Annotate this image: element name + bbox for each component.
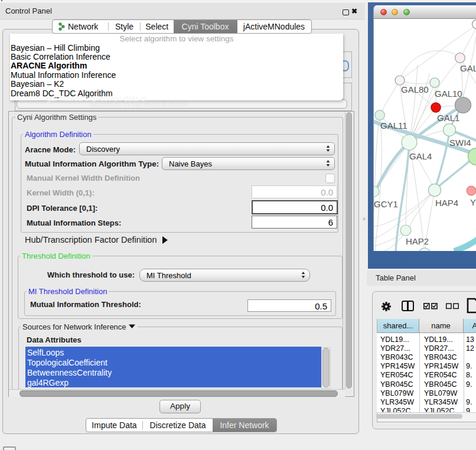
svg-text:GAL11: GAL11	[380, 120, 407, 131]
svg-text:GAL4: GAL4	[409, 151, 432, 161]
svg-text:GAL80: GAL80	[401, 84, 429, 94]
svg-text:HAP4: HAP4	[435, 198, 458, 208]
svg-text:SWI4: SWI4	[449, 138, 471, 148]
svg-text:GAL7: GAL7	[460, 63, 476, 73]
svg-text:GCY1: GCY1	[374, 199, 398, 209]
svg-text:Y: Y	[470, 197, 476, 207]
svg-text:HAP2: HAP2	[406, 236, 429, 246]
svg-text:GAL10: GAL10	[435, 89, 462, 99]
svg-text:GAL1: GAL1	[437, 113, 459, 123]
